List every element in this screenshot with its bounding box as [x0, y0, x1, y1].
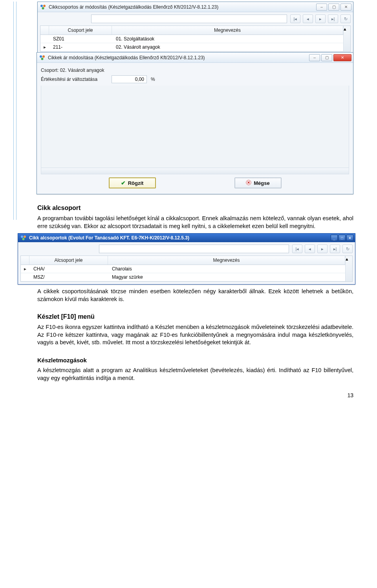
nav-prev-button[interactable]: ◂	[305, 245, 315, 253]
col-header-code[interactable]: Alcsoport jele	[29, 256, 108, 265]
heading-cikk-alcsoport: Cikk alcsoport	[37, 205, 353, 212]
percent-label: %	[151, 77, 155, 82]
group-label: Csoport: 02. Vásárolt anyagok	[41, 68, 108, 73]
filter-input[interactable]	[91, 15, 287, 23]
svg-point-7	[21, 236, 23, 238]
filter-input[interactable]	[99, 245, 289, 253]
window-title: Cikkcsoportos ár módosítás (Készletgazdá…	[49, 4, 218, 10]
vertical-scrollbar[interactable]: ▴	[345, 256, 352, 281]
paragraph: A készletmozgás alatt a program az Anali…	[37, 367, 353, 382]
app-icon	[40, 4, 46, 10]
nav-refresh-button[interactable]: ↻	[342, 245, 353, 253]
window-title: Cikk alcsoportok (Evolut For Tanácsadó K…	[29, 235, 189, 241]
nav-first-button[interactable]: |◂	[290, 15, 300, 23]
nav-last-button[interactable]: ▸|	[330, 245, 340, 253]
svg-point-3	[40, 55, 42, 58]
window-maximize-button[interactable]: □	[339, 235, 346, 241]
page-number: 13	[37, 392, 353, 398]
price-change-input[interactable]	[112, 75, 147, 83]
close-icon	[246, 180, 251, 186]
vertical-scrollbar[interactable]: ▴	[343, 26, 350, 51]
window-close-button[interactable]: ×	[346, 235, 353, 241]
svg-point-4	[42, 55, 45, 58]
svg-point-5	[41, 58, 44, 60]
window-cikkcsoportos-ar: Cikkcsoportos ár módosítás (Készletgazdá…	[37, 2, 353, 55]
svg-point-9	[22, 238, 25, 240]
nav-next-button[interactable]: ▸	[317, 245, 328, 253]
col-header-name[interactable]: Megnevezés	[108, 256, 345, 265]
paragraph: A programban további tagolási lehetősége…	[37, 215, 353, 230]
window-title: Cikkek ár módosítása (Készletgazdálkodás…	[48, 55, 205, 60]
cancel-button[interactable]: Mégse	[234, 177, 282, 188]
table-row[interactable]: MSZ/ Magyar szürke	[21, 273, 345, 281]
window-close-button[interactable]: ✕	[333, 54, 351, 61]
table-row[interactable]: ▸ CHA/ Charolais	[21, 265, 345, 273]
subgroup-grid: Alcsoport jele Megnevezés ▸ CHA/ Charola…	[20, 256, 353, 282]
app-icon	[20, 235, 27, 241]
group-grid: Csoport jele Megnevezés SZ01 01. Szolgál…	[40, 26, 351, 52]
nav-prev-button[interactable]: ◂	[303, 15, 313, 23]
nav-next-button[interactable]: ▸	[315, 15, 326, 23]
table-row[interactable]: SZ01 01. Szolgáltatások	[40, 35, 343, 43]
svg-point-1	[43, 5, 46, 7]
svg-point-2	[42, 7, 44, 9]
window-maximize-button[interactable]: ▢	[321, 54, 332, 61]
window-minimize-button[interactable]: _	[331, 235, 338, 241]
app-icon	[39, 55, 46, 61]
window-close-button[interactable]: ✕	[340, 4, 351, 11]
nav-first-button[interactable]: |◂	[292, 245, 302, 253]
window-maximize-button[interactable]: ▢	[328, 4, 339, 11]
svg-point-0	[40, 5, 43, 7]
window-cikkek-ar-modositasa: Cikkek ár módosítása (Készletgazdálkodás…	[37, 52, 353, 194]
window-minimize-button[interactable]: –	[309, 54, 320, 61]
doc-left-margin	[13, 2, 16, 220]
col-header-code[interactable]: Csoport jele	[49, 26, 112, 35]
col-header-name[interactable]: Megnevezés	[112, 26, 343, 35]
price-change-label: Értékesítési ár változtatása	[41, 77, 108, 82]
window-cikk-alcsoportok: Cikk alcsoportok (Evolut For Tanácsadó K…	[18, 233, 355, 285]
content-pane	[41, 86, 349, 168]
heading-keszletmozgasok: Készletmozgások	[37, 357, 353, 363]
paragraph: A cikkek csoportosításának törzse minden…	[37, 288, 353, 303]
horizontal-scrollbar[interactable]	[41, 168, 349, 174]
heading-keszlet-f10: Készlet [F10] menü	[37, 313, 353, 320]
check-icon: ✔	[121, 180, 126, 186]
save-button[interactable]: ✔ Rögzít	[109, 177, 156, 188]
paragraph: Az F10-es ikonra egyszer kattintva indít…	[37, 323, 353, 347]
table-row[interactable]: ▸ 211- 02. Vásárolt anyagok	[40, 43, 343, 51]
svg-point-8	[24, 236, 26, 238]
nav-last-button[interactable]: ▸|	[328, 15, 338, 23]
window-minimize-button[interactable]: –	[316, 4, 327, 11]
nav-refresh-button[interactable]: ↻	[340, 15, 351, 23]
